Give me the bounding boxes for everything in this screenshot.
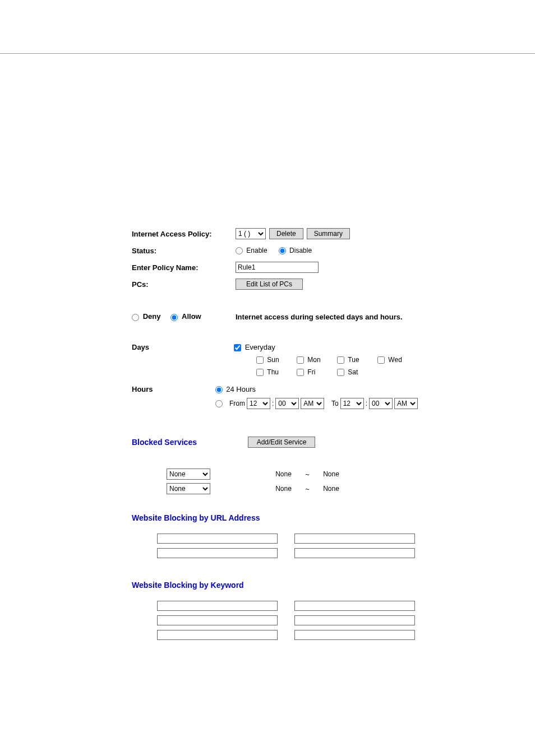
allow-text: Allow: [182, 312, 201, 321]
access-restrictions-panel: Internet Access Policy: 1 ( ) Delete Sum…: [132, 228, 418, 640]
everyday-text: Everyday: [245, 343, 275, 351]
pcs-row: PCs: Edit List of PCs: [132, 278, 418, 290]
fri-checkbox[interactable]: [297, 369, 304, 376]
wed-option[interactable]: Wed: [377, 356, 418, 364]
tilde-1: ~: [299, 470, 316, 479]
blocked-services-row: Blocked Services Add/Edit Service: [132, 436, 418, 448]
to-label: To: [331, 400, 339, 407]
url-blocking-title: Website Blocking by URL Address: [132, 513, 418, 522]
hours-row: Hours 24 Hours From 12 : 00 AM To 12 : 0…: [132, 385, 418, 409]
service-1-from: None: [268, 470, 299, 478]
h24-text: 24 Hours: [226, 385, 256, 393]
sat-option[interactable]: Sat: [337, 368, 377, 376]
status-label: Status:: [132, 247, 236, 255]
url-input-3[interactable]: [157, 548, 278, 558]
deny-allow-row: Deny Allow Internet access during select…: [132, 310, 418, 323]
policy-label: Internet Access Policy:: [132, 230, 236, 238]
to-ampm-select[interactable]: AM: [394, 398, 418, 409]
deny-radio[interactable]: [132, 314, 139, 321]
pcs-label: PCs:: [132, 280, 236, 289]
status-disable-text: Disable: [289, 247, 312, 254]
tilde-2: ~: [299, 485, 316, 493]
access-desc-text: Internet access during selected days and…: [236, 313, 403, 321]
status-row: Status: Enable Disable: [132, 244, 418, 257]
tue-option[interactable]: Tue: [337, 356, 377, 364]
add-edit-service-button[interactable]: Add/Edit Service: [248, 437, 315, 448]
days-grid: Sun Mon Tue Wed Thu Fri Sat: [256, 356, 418, 376]
service-2-select[interactable]: None: [167, 483, 210, 494]
service-1-to: None: [316, 470, 347, 478]
keyword-input-2[interactable]: [294, 601, 415, 611]
service-row-2: None None ~ None: [132, 483, 418, 494]
blocked-services-title: Blocked Services: [132, 438, 236, 447]
keyword-input-1[interactable]: [157, 601, 278, 611]
from-label: From: [229, 400, 245, 407]
policy-select[interactable]: 1 ( ): [236, 228, 266, 239]
url-input-4[interactable]: [294, 548, 415, 558]
keyword-input-6[interactable]: [294, 630, 415, 640]
everyday-option[interactable]: Everyday: [234, 343, 275, 351]
service-row-1: None None ~ None: [132, 469, 418, 480]
url-grid: [157, 534, 415, 558]
colon-2: :: [366, 400, 367, 407]
keyword-input-3[interactable]: [157, 615, 278, 625]
top-divider: [0, 53, 535, 54]
url-input-1[interactable]: [157, 534, 278, 544]
h24-option[interactable]: 24 Hours: [215, 385, 256, 393]
edit-list-pcs-button[interactable]: Edit List of PCs: [236, 279, 303, 290]
mon-checkbox[interactable]: [297, 356, 304, 364]
mon-option[interactable]: Mon: [297, 356, 337, 364]
days-label: Days: [132, 343, 234, 351]
fri-option[interactable]: Fri: [297, 368, 337, 376]
service-1-select[interactable]: None: [167, 469, 210, 480]
allow-radio[interactable]: [170, 314, 178, 321]
to-hour-select[interactable]: 12: [340, 398, 364, 409]
from-hour-select[interactable]: 12: [247, 398, 270, 409]
status-enable-option[interactable]: Enable: [236, 247, 268, 254]
keyword-grid: [157, 601, 415, 640]
hours-label: Hours: [132, 385, 215, 393]
status-enable-text: Enable: [246, 247, 267, 254]
keyword-input-4[interactable]: [294, 615, 415, 625]
deny-option[interactable]: Deny: [132, 312, 160, 321]
delete-button[interactable]: Delete: [269, 228, 303, 239]
thu-checkbox[interactable]: [256, 369, 264, 376]
status-enable-radio[interactable]: [236, 247, 243, 254]
sun-option[interactable]: Sun: [256, 356, 297, 364]
sun-checkbox[interactable]: [256, 356, 264, 364]
policy-name-label: Enter Policy Name:: [132, 263, 236, 272]
thu-option[interactable]: Thu: [256, 368, 297, 376]
status-disable-option[interactable]: Disable: [279, 247, 312, 254]
keyword-blocking-title: Website Blocking by Keyword: [132, 581, 418, 590]
wed-checkbox[interactable]: [377, 356, 385, 364]
service-2-to: None: [316, 485, 347, 493]
from-min-select[interactable]: 00: [275, 398, 299, 409]
policy-row: Internet Access Policy: 1 ( ) Delete Sum…: [132, 228, 418, 240]
summary-button[interactable]: Summary: [307, 228, 350, 239]
everyday-checkbox[interactable]: [234, 344, 241, 351]
deny-text: Deny: [143, 312, 161, 321]
from-ampm-select[interactable]: AM: [301, 398, 324, 409]
keyword-input-5[interactable]: [157, 630, 278, 640]
days-row: Days Everyday Sun Mon Tue Wed Thu Fri Sa…: [132, 343, 418, 376]
colon-1: :: [272, 400, 274, 407]
service-2-from: None: [268, 485, 299, 493]
policy-name-row: Enter Policy Name:: [132, 261, 418, 273]
h24-radio[interactable]: [215, 386, 223, 393]
to-min-select[interactable]: 00: [369, 398, 393, 409]
policy-name-input[interactable]: [236, 262, 319, 273]
hours-range-radio[interactable]: [215, 400, 223, 407]
tue-checkbox[interactable]: [337, 356, 344, 364]
status-disable-radio[interactable]: [279, 247, 286, 254]
url-input-2[interactable]: [294, 534, 415, 544]
sat-checkbox[interactable]: [337, 369, 344, 376]
allow-option[interactable]: Allow: [170, 312, 201, 321]
